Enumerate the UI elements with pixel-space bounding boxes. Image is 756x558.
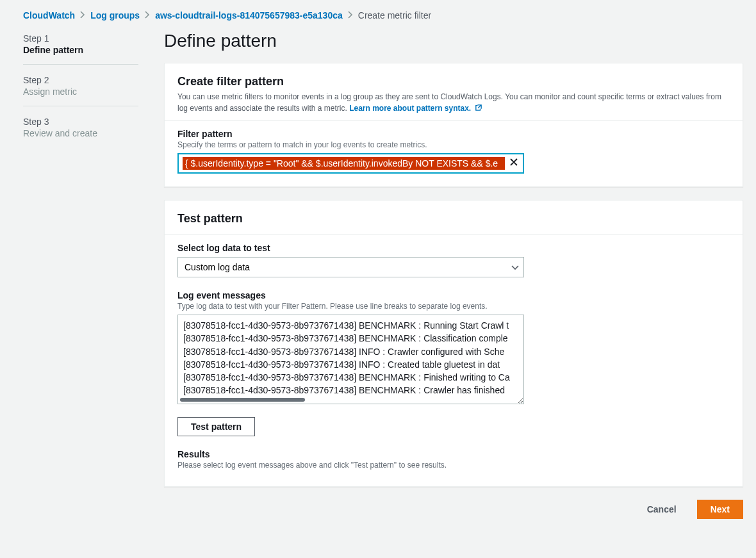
select-log-data-label: Select log data to test bbox=[177, 243, 730, 253]
log-event-messages-textarea[interactable]: [83078518-fcc1-4d30-9573-8b9737671438] B… bbox=[177, 315, 524, 404]
wizard-step-2[interactable]: Step 2 Assign metric bbox=[23, 64, 138, 106]
breadcrumb-current: Create metric filter bbox=[358, 10, 431, 21]
horizontal-scrollbar[interactable] bbox=[180, 398, 305, 402]
filter-pattern-input[interactable]: { $.userIdentity.type = "Root" && $.user… bbox=[177, 153, 524, 174]
breadcrumb: CloudWatch Log groups aws-cloudtrail-log… bbox=[23, 10, 743, 21]
step-title: Review and create bbox=[23, 128, 138, 138]
breadcrumb-log-groups[interactable]: Log groups bbox=[90, 10, 140, 21]
panel-title: Test pattern bbox=[177, 212, 730, 226]
results-label: Results bbox=[177, 449, 730, 459]
clear-input-button[interactable] bbox=[505, 154, 523, 172]
log-event-messages-label: Log event messages bbox=[177, 290, 730, 300]
page-title: Define pattern bbox=[164, 31, 743, 51]
select-log-data-dropdown[interactable]: Custom log data bbox=[177, 257, 524, 277]
breadcrumb-log-group-name[interactable]: aws-cloudtrail-logs-814075657983-e5a130c… bbox=[155, 10, 343, 21]
step-number: Step 2 bbox=[23, 75, 138, 85]
cancel-button[interactable]: Cancel bbox=[634, 500, 689, 519]
test-pattern-panel: Test pattern Select log data to test Cus… bbox=[164, 200, 743, 487]
test-pattern-button[interactable]: Test pattern bbox=[177, 417, 255, 436]
step-title: Assign metric bbox=[23, 86, 138, 97]
chevron-right-icon bbox=[145, 11, 150, 21]
wizard-steps: Step 1 Define pattern Step 2 Assign metr… bbox=[23, 31, 138, 519]
close-icon bbox=[509, 158, 518, 168]
step-title: Define pattern bbox=[23, 45, 138, 55]
filter-pattern-value: { $.userIdentity.type = "Root" && $.user… bbox=[183, 157, 505, 170]
panel-title: Create filter pattern bbox=[177, 75, 730, 88]
wizard-step-1[interactable]: Step 1 Define pattern bbox=[23, 33, 138, 64]
external-link-icon bbox=[475, 103, 482, 109]
next-button[interactable]: Next bbox=[697, 500, 743, 519]
log-event-messages-hint: Type log data to test with your Filter P… bbox=[177, 302, 730, 311]
breadcrumb-cloudwatch[interactable]: CloudWatch bbox=[23, 10, 75, 21]
wizard-footer: Cancel Next bbox=[164, 500, 743, 519]
wizard-step-3[interactable]: Step 3 Review and create bbox=[23, 106, 138, 147]
step-number: Step 1 bbox=[23, 33, 138, 44]
panel-description: You can use metric filters to monitor ev… bbox=[177, 91, 730, 114]
filter-pattern-hint: Specify the terms or pattern to match in… bbox=[177, 140, 730, 149]
step-number: Step 3 bbox=[23, 117, 138, 127]
chevron-right-icon bbox=[80, 11, 85, 21]
chevron-right-icon bbox=[348, 11, 353, 21]
results-hint: Please select log event messages above a… bbox=[177, 461, 730, 470]
learn-more-link[interactable]: Learn more about pattern syntax. bbox=[349, 104, 481, 113]
filter-pattern-label: Filter pattern bbox=[177, 129, 730, 139]
resize-handle-icon[interactable] bbox=[516, 396, 522, 402]
create-filter-panel: Create filter pattern You can use metric… bbox=[164, 63, 743, 187]
